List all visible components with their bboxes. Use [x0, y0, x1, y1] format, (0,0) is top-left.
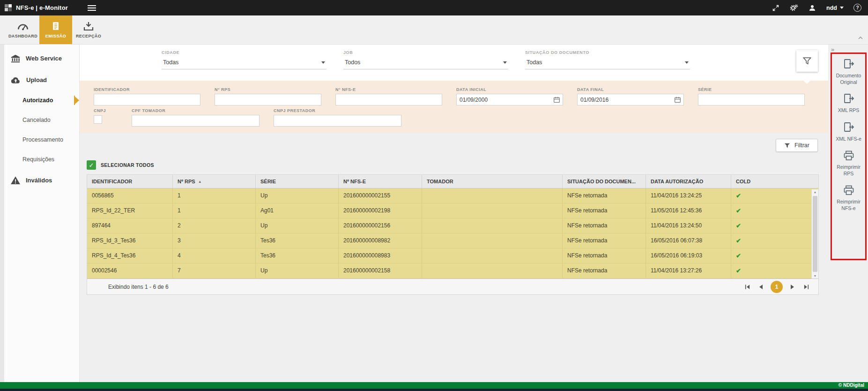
data-final-input[interactable]: [577, 94, 684, 105]
tab-dashboard[interactable]: DASHBOARD: [7, 15, 39, 44]
situacao-select-value: Todas: [527, 59, 542, 66]
sidebar-item-processamento[interactable]: Processamento: [0, 130, 79, 150]
rps-input[interactable]: [215, 94, 321, 105]
action-xml-rps[interactable]: XML RPS: [832, 93, 865, 113]
sidebar-item-invalidos[interactable]: Inválidos: [0, 169, 79, 191]
next-page-button[interactable]: [789, 283, 796, 291]
column-header-data-autorizacao[interactable]: DATA AUTORIZAÇÃO: [646, 175, 731, 188]
cell-tomador: [422, 218, 563, 233]
cnpj-prestador-input[interactable]: [274, 115, 401, 127]
scroll-up-icon[interactable]: ▲: [812, 190, 818, 194]
column-header-tomador[interactable]: TOMADOR: [422, 175, 563, 188]
collapse-panel-icon[interactable]: »: [831, 46, 868, 53]
cell-tomador: [422, 203, 563, 218]
action-documento-original[interactable]: Documento Original: [832, 59, 865, 85]
situacao-label: SITUAÇÃO DO DOCUMENTO: [525, 50, 690, 55]
results-table: IDENTIFICADOR Nº RPS▲ SÉRIE Nº NFS-E TOM…: [87, 174, 819, 295]
tab-label: EMISSÃO: [45, 34, 66, 38]
select-all-checkbox[interactable]: ✓: [87, 160, 96, 170]
printer-icon: [843, 185, 855, 196]
user-menu[interactable]: ndd: [826, 5, 844, 11]
calendar-icon[interactable]: [674, 96, 681, 103]
first-page-button[interactable]: [743, 283, 751, 291]
nfse-input[interactable]: [335, 94, 442, 105]
cell-identificador: RPS_Id_3_Tes36: [87, 233, 173, 248]
scrollbar-thumb[interactable]: [813, 196, 817, 272]
cell-nfse: 201600000002156: [339, 218, 422, 233]
toggle-filters-button[interactable]: [796, 50, 818, 72]
table-row[interactable]: 897464 2 Up 201600000002156 NFSe retorna…: [87, 218, 818, 233]
column-header-nfse[interactable]: Nº NFS-E: [339, 175, 422, 188]
action-reimprimir-rps[interactable]: Reimprimir RPS: [832, 150, 865, 177]
data-inicial-input[interactable]: [456, 94, 563, 105]
fullscreen-icon[interactable]: [772, 4, 780, 12]
user-icon[interactable]: [808, 4, 816, 12]
cell-serie: Up: [256, 263, 339, 278]
table-row[interactable]: 00002546 7 Up 201600000002158 NFSe retor…: [87, 263, 818, 278]
calendar-icon[interactable]: [553, 96, 560, 103]
cell-nfse: 201600000002155: [339, 188, 422, 203]
data-inicial-label: DATA INICIAL: [456, 87, 563, 92]
active-item-marker: [74, 95, 79, 105]
sidebar-item-web-service[interactable]: Web Service: [0, 47, 79, 69]
current-page-button[interactable]: 1: [771, 281, 783, 293]
cidade-label: CIDADE: [162, 50, 326, 55]
action-reimprimir-nfse[interactable]: Reimprimir NFS-e: [832, 185, 865, 211]
cell-tomador: [422, 188, 563, 203]
tab-label: DASHBOARD: [8, 34, 37, 38]
column-header-identificador[interactable]: IDENTIFICADOR: [87, 175, 173, 188]
column-header-serie[interactable]: SÉRIE: [256, 175, 339, 188]
menu-hamburger-icon[interactable]: [88, 4, 96, 12]
cell-rps: 7: [173, 263, 256, 278]
table-header-row: IDENTIFICADOR Nº RPS▲ SÉRIE Nº NFS-E TOM…: [87, 175, 818, 188]
bottom-strip: [0, 389, 868, 391]
serie-label: SÉRIE: [698, 87, 805, 92]
job-label: JOB: [343, 50, 508, 55]
table-row[interactable]: RPS_Id_3_Tes36 3 Tes36 201600000008982 N…: [87, 233, 818, 248]
serie-input[interactable]: [698, 94, 805, 105]
situacao-select[interactable]: Todas: [525, 57, 690, 69]
sidebar-subitem-label: Autorizado: [22, 97, 53, 104]
table-row[interactable]: 0056865 1 Up 201600000002155 NFSe retorn…: [87, 188, 818, 203]
previous-page-button[interactable]: [757, 283, 764, 291]
cpf-tomador-label: CPF TOMADOR: [132, 108, 260, 113]
collapse-toolbar-icon[interactable]: [858, 34, 863, 42]
last-page-button[interactable]: [802, 283, 810, 291]
action-xml-nfse[interactable]: XML NFS-e: [832, 122, 865, 142]
filtrar-button[interactable]: Filtrar: [776, 139, 818, 152]
sidebar-item-requisicoes[interactable]: Requisições: [0, 150, 79, 169]
action-label: Reimprimir NFS-e: [832, 198, 865, 211]
action-label: Reimprimir RPS: [832, 164, 865, 177]
cell-data-autorizacao: 11/04/2016 13:24:50: [646, 218, 731, 233]
chevron-down-icon: [685, 61, 689, 64]
sidebar-item-cancelado[interactable]: Cancelado: [0, 110, 79, 130]
rps-label: N° RPS: [215, 87, 321, 92]
table-scrollbar[interactable]: ▲ ▼: [811, 189, 818, 278]
cnpj-checkbox[interactable]: [94, 115, 102, 124]
action-label: Documento Original: [832, 72, 865, 85]
tab-emissao[interactable]: EMISSÃO: [39, 15, 72, 44]
column-header-situacao[interactable]: SITUAÇÃO DO DOCUMEN...: [563, 175, 646, 188]
cell-rps: 4: [173, 248, 256, 263]
settings-gears-icon[interactable]: [790, 4, 798, 12]
table-row[interactable]: RPS_Id_4_Tes36 4 Tes36 201600000008983 N…: [87, 248, 818, 263]
cell-serie: Ag01: [256, 203, 339, 218]
table-row[interactable]: RPS_Id_22_TER 1 Ag01 201600000002198 NFS…: [87, 203, 818, 218]
sidebar-item-label: Upload: [26, 76, 47, 83]
sidebar-item-autorizado[interactable]: Autorizado: [0, 90, 79, 110]
help-icon[interactable]: ?: [853, 4, 861, 12]
cell-serie: Up: [256, 188, 339, 203]
sidebar-item-upload[interactable]: Upload: [0, 69, 79, 90]
identificador-input[interactable]: [94, 94, 200, 105]
cidade-select[interactable]: Todas: [162, 57, 326, 69]
column-header-rps[interactable]: Nº RPS▲: [173, 175, 256, 188]
cpf-tomador-input[interactable]: [132, 115, 260, 127]
annotation-red-box: Documento Original XML RPS XML NFS-e Rei…: [831, 53, 867, 260]
job-select[interactable]: Todos: [343, 57, 508, 69]
column-header-cold[interactable]: COLD: [731, 175, 818, 188]
data-final-label: DATA FINAL: [577, 87, 684, 92]
cell-serie: Up: [256, 218, 339, 233]
identificador-label: IDENTIFICADOR: [94, 87, 200, 92]
scroll-down-icon[interactable]: ▼: [812, 274, 818, 278]
tab-recepcao[interactable]: RECEPÇÃO: [72, 15, 105, 44]
